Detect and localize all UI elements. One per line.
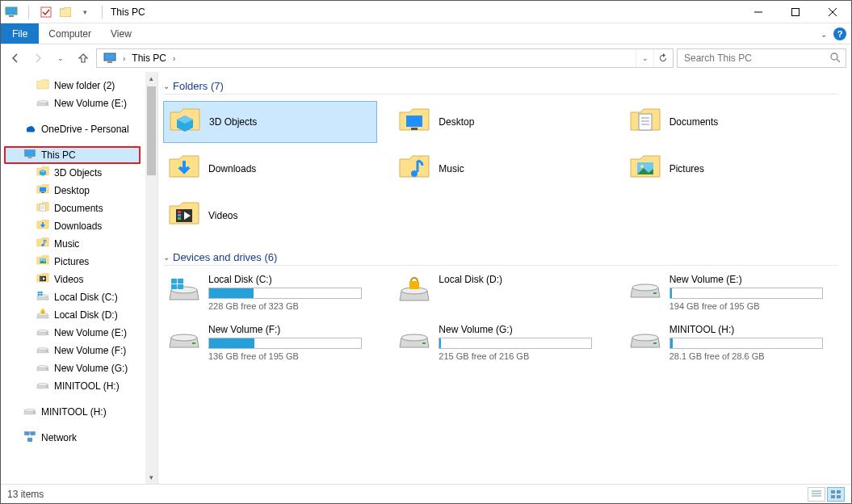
- ribbon-expand-icon[interactable]: ⌄: [821, 30, 827, 39]
- drive-tile[interactable]: New Volume (G:)215 GB free of 216 GB: [393, 322, 607, 368]
- tree-item[interactable]: New Volume (E:): [1, 94, 145, 112]
- search-input[interactable]: [682, 52, 829, 65]
- forward-button[interactable]: [28, 48, 48, 68]
- folder-tile[interactable]: Desktop: [393, 101, 607, 143]
- maximize-button[interactable]: [777, 1, 814, 23]
- tree-item-label: New Volume (E:): [54, 98, 127, 109]
- quick-access-toolbar: ▾: [4, 5, 107, 19]
- desktop-icon: [398, 106, 430, 138]
- svg-rect-27: [40, 276, 42, 277]
- chevron-right-icon[interactable]: ›: [173, 54, 175, 63]
- svg-rect-87: [831, 490, 835, 494]
- up-button[interactable]: [73, 48, 93, 68]
- address-dropdown-icon[interactable]: ⌄: [636, 49, 653, 67]
- svg-point-63: [640, 165, 644, 168]
- search-box[interactable]: [677, 48, 846, 68]
- window-controls: [740, 1, 851, 23]
- tree-item[interactable]: Local Disk (C:): [1, 288, 145, 306]
- tree-item[interactable]: New folder (2): [1, 77, 145, 94]
- drive-tile[interactable]: Local Disk (C:)228 GB free of 323 GB: [163, 272, 377, 317]
- tree-item-label: Music: [54, 238, 79, 250]
- new-folder-icon[interactable]: [58, 5, 73, 19]
- folder-tile[interactable]: Documents: [624, 101, 838, 143]
- svg-rect-0: [6, 7, 17, 15]
- drive-name: New Volume (E:): [669, 274, 833, 285]
- drive-name: New Volume (F:): [208, 324, 372, 335]
- file-tab[interactable]: File: [1, 23, 39, 44]
- chevron-down-icon: ⌄: [163, 253, 170, 262]
- drives-group-header[interactable]: ⌄ Devices and drives (6): [163, 251, 838, 266]
- drive-usage-bar: [439, 338, 592, 349]
- folder-tile[interactable]: Downloads: [163, 148, 377, 190]
- tree-item[interactable]: Videos: [1, 271, 145, 288]
- svg-rect-48: [25, 431, 30, 435]
- tree-item[interactable]: MINITOOL (H:): [1, 377, 145, 395]
- svg-rect-18: [41, 191, 44, 192]
- folder-tile[interactable]: 3D Objects: [163, 101, 377, 143]
- minimize-button[interactable]: [740, 1, 777, 23]
- svg-rect-65: [178, 211, 181, 213]
- svg-rect-75: [409, 281, 419, 289]
- drive-icon: [398, 324, 430, 356]
- window-title: This PC: [111, 6, 145, 18]
- svg-point-46: [25, 409, 36, 411]
- tree-item[interactable]: Pictures: [1, 253, 145, 271]
- 3d-icon: [169, 106, 201, 138]
- back-button[interactable]: [6, 48, 25, 68]
- help-icon[interactable]: ?: [833, 27, 846, 40]
- tree-item[interactable]: New Volume (F:): [1, 342, 145, 359]
- drive-free-text: 228 GB free of 323 GB: [208, 301, 372, 311]
- folder-tile[interactable]: Music: [393, 148, 607, 190]
- svg-point-42: [38, 365, 48, 368]
- tree-item-label: Downloads: [54, 220, 102, 232]
- tree-item[interactable]: OneDrive - Personal: [1, 120, 145, 138]
- tiles-view-button[interactable]: [827, 487, 845, 502]
- tree-item-this-pc[interactable]: This PC: [4, 146, 141, 164]
- tree-item[interactable]: New Volume (G:): [1, 359, 145, 377]
- folder-label: Videos: [208, 210, 237, 221]
- tree-item[interactable]: Documents: [1, 200, 145, 217]
- view-tab[interactable]: View: [101, 23, 141, 44]
- drive-tile[interactable]: MINITOOL (H:)28.1 GB free of 28.6 GB: [624, 322, 838, 368]
- tree-item[interactable]: Local Disk (D:): [1, 306, 145, 324]
- pc-icon: [4, 5, 19, 19]
- properties-icon[interactable]: [39, 5, 53, 19]
- breadcrumb-item[interactable]: This PC: [127, 52, 171, 64]
- svg-rect-43: [46, 368, 48, 369]
- tree-item[interactable]: Network: [1, 429, 145, 447]
- drive-icon: [36, 345, 49, 356]
- recent-dropdown-icon[interactable]: ⌄: [51, 48, 70, 68]
- close-button[interactable]: [814, 1, 851, 23]
- folder-tile[interactable]: Pictures: [624, 148, 838, 190]
- tree-item[interactable]: Music: [1, 235, 145, 253]
- scroll-down-icon[interactable]: ▾: [145, 471, 157, 484]
- drive-tile[interactable]: Local Disk (D:): [393, 272, 607, 317]
- pc-icon: [23, 149, 36, 162]
- drives-header-label: Devices and drives (6): [173, 251, 277, 263]
- search-icon[interactable]: [829, 52, 841, 65]
- tree-item-label: Network: [41, 432, 77, 443]
- drive-tile[interactable]: New Volume (F:)136 GB free of 195 GB: [163, 322, 377, 368]
- tree-item[interactable]: 3D Objects: [1, 164, 145, 182]
- computer-tab[interactable]: Computer: [39, 23, 101, 44]
- ribbon-tabs: File Computer View ⌄ ?: [1, 23, 851, 44]
- chevron-right-icon[interactable]: ›: [123, 54, 125, 63]
- folders-group-header[interactable]: ⌄ Folders (7): [163, 80, 838, 94]
- tree-item[interactable]: MINITOOL (H:): [1, 403, 145, 421]
- folder-label: Pictures: [669, 163, 704, 174]
- details-view-button[interactable]: [808, 487, 825, 502]
- tree-item[interactable]: New Volume (E:): [1, 324, 145, 342]
- drive-tile[interactable]: New Volume (E:)194 GB free of 195 GB: [624, 272, 838, 317]
- drive-icon: [36, 363, 49, 374]
- drive-usage-bar: [669, 338, 823, 349]
- address-bar[interactable]: › This PC › ⌄: [96, 48, 674, 68]
- tree-item[interactable]: Downloads: [1, 217, 145, 235]
- qat-dropdown-icon[interactable]: ▾: [78, 5, 92, 19]
- refresh-icon[interactable]: [653, 49, 671, 67]
- drive-name: Local Disk (D:): [439, 274, 602, 285]
- tree-item[interactable]: Desktop: [1, 182, 145, 200]
- folder-tile[interactable]: Videos: [163, 195, 377, 237]
- pictures-icon: [629, 153, 661, 185]
- tree-item-label: Videos: [54, 274, 83, 285]
- folder-label: 3D Objects: [209, 116, 257, 128]
